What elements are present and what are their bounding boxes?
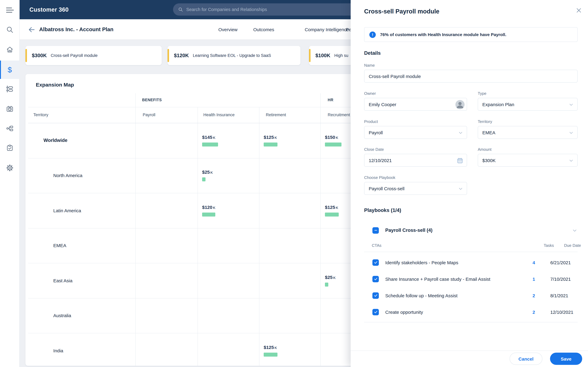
name-field[interactable] <box>364 70 578 83</box>
choose-playbook-label: Choose Playbook <box>364 175 395 180</box>
expansion-cell-health-insurance[interactable]: $120K <box>198 193 259 228</box>
ctas-column-header: CTAs <box>372 243 381 248</box>
opportunity-card[interactable]: $120K Learning Software EOL - Upgrade to… <box>167 46 300 65</box>
save-button[interactable]: Save <box>550 353 582 365</box>
cta-checkbox-checked[interactable] <box>372 259 379 266</box>
sidebar-item-timeline[interactable] <box>0 81 20 97</box>
opportunity-amount: $100K <box>315 53 330 58</box>
name-label: Name <box>364 63 375 67</box>
sidebar-item-tasks[interactable] <box>0 140 20 156</box>
expansion-cell-retirement[interactable]: $125K <box>259 333 320 366</box>
cell-value: $120K <box>202 205 259 210</box>
playbook-group-label: Payroll Cross-sell (4) <box>385 227 432 233</box>
cta-tasks-count[interactable]: 4 <box>525 260 542 265</box>
sidebar-item-settings[interactable] <box>0 160 20 176</box>
territory-cell: East Asia <box>28 263 135 298</box>
chevron-down-icon <box>458 130 463 135</box>
back-arrow-icon[interactable] <box>27 26 35 34</box>
value-bar <box>202 142 218 147</box>
sidebar-item-relationships[interactable] <box>0 120 20 136</box>
choose-playbook-select[interactable]: Payroll Cross-sell <box>364 182 467 195</box>
search-icon <box>6 26 14 34</box>
cta-tasks-count[interactable]: 2 <box>525 293 542 298</box>
territory-label: Territory <box>478 119 492 124</box>
expansion-cell-retirement[interactable]: $125K <box>259 123 320 158</box>
product-select[interactable]: Payroll <box>364 126 467 139</box>
chevron-down-icon <box>568 158 574 163</box>
details-section-title: Details <box>364 50 381 56</box>
sidebar-item-usage[interactable] <box>0 101 20 117</box>
opportunity-card[interactable]: $300K Cross-sell Payroll module <box>26 46 162 65</box>
expansion-cell-health-insurance[interactable]: $25K <box>198 158 259 193</box>
territory-cell: North America <box>28 158 135 193</box>
column-header-payroll: Payroll <box>143 113 156 117</box>
hierarchy-icon <box>6 125 14 133</box>
cancel-button[interactable]: Cancel <box>510 353 542 365</box>
tab-overview[interactable]: Overview <box>218 27 237 32</box>
expansion-cell-health-insurance[interactable]: $145K <box>198 123 259 158</box>
due-date-column-header: Due Date <box>564 243 581 248</box>
cross-sell-panel: Cross-sell Payroll module ! 76% of custo… <box>351 0 588 367</box>
playbook-group-row[interactable]: Payroll Cross-sell (4) <box>372 224 578 237</box>
close-icon[interactable] <box>575 7 582 14</box>
sliders-icon <box>6 85 14 93</box>
value-bar <box>325 283 328 287</box>
app-title: Customer 360 <box>29 6 69 13</box>
cta-name[interactable]: Create opportunity <box>385 309 525 315</box>
info-icon: ! <box>369 31 376 38</box>
search-input[interactable] <box>186 7 364 12</box>
chevron-down-icon[interactable] <box>572 227 578 233</box>
panel-footer: Cancel Save <box>351 350 588 367</box>
cta-name[interactable]: Identify stakeholders - People Maps <box>385 260 525 265</box>
cta-checkbox-checked[interactable] <box>372 292 379 299</box>
clock-monitor-icon <box>6 105 14 113</box>
sidebar-item-home[interactable] <box>0 42 20 58</box>
global-search[interactable] <box>173 3 369 16</box>
cell-value: $125K <box>264 345 320 350</box>
cta-due-date: 8/1/2021 <box>542 293 578 298</box>
close-date-field[interactable]: 12/10/2021 <box>364 154 467 167</box>
owner-avatar <box>455 100 465 109</box>
cta-name[interactable]: Schedule follow up - Meeting Assist <box>385 293 525 298</box>
cta-row: Identify stakeholders - People Maps46/21… <box>372 254 578 271</box>
chevron-down-icon <box>458 186 463 192</box>
cta-checkbox-checked[interactable] <box>372 309 379 315</box>
opportunity-label: Cross-sell Payroll module <box>51 53 97 58</box>
playbook-group-checkbox-indeterminate[interactable] <box>372 227 379 234</box>
owner-field[interactable]: Emily Cooper <box>364 98 467 111</box>
type-label: Type <box>478 91 486 96</box>
cta-tasks-count[interactable]: 2 <box>525 309 542 315</box>
territory-value: EMEA <box>482 130 495 135</box>
hamburger-icon <box>6 6 14 14</box>
product-label: Product <box>364 119 378 124</box>
cta-checkbox-checked[interactable] <box>372 276 379 282</box>
page-title: Albatross Inc. - Account Plan <box>39 26 113 33</box>
value-bar <box>325 213 339 217</box>
amount-select[interactable]: $300K <box>478 154 578 167</box>
tab-outcomes[interactable]: Outcomes <box>253 27 274 32</box>
territory-select[interactable]: EMEA <box>478 126 578 139</box>
type-select[interactable]: Expansion Plan <box>478 98 578 111</box>
name-input[interactable] <box>369 74 573 79</box>
product-value: Payroll <box>369 130 383 135</box>
card-accent-bar <box>26 49 27 62</box>
calendar-icon[interactable] <box>457 157 463 164</box>
info-banner: ! 76% of customers with Health Insurance… <box>364 27 578 42</box>
chevron-down-icon <box>568 102 574 107</box>
sidebar-item-search[interactable] <box>0 22 20 38</box>
cta-due-date: 7/10/2021 <box>542 276 578 282</box>
cta-name[interactable]: Share Insurance + Payroll case study - E… <box>385 276 525 282</box>
chevron-down-icon <box>568 130 574 135</box>
value-bar <box>202 177 206 182</box>
value-bar <box>202 213 215 217</box>
column-header-territory: Territory <box>33 113 48 117</box>
expansion-map-title: Expansion Map <box>36 82 74 88</box>
info-banner-text: 76% of customers with Health Insurance m… <box>380 32 506 37</box>
close-date-value: 12/10/2021 <box>369 158 392 163</box>
hamburger-menu-button[interactable] <box>0 2 20 18</box>
tab-company-intelligence[interactable]: Company Intelligence <box>305 27 349 32</box>
cta-tasks-count[interactable]: 1 <box>525 276 542 282</box>
column-header-retirement: Retirement <box>266 113 286 117</box>
sidebar-item-revenue[interactable]: $ <box>0 60 20 79</box>
value-bar <box>325 142 341 147</box>
